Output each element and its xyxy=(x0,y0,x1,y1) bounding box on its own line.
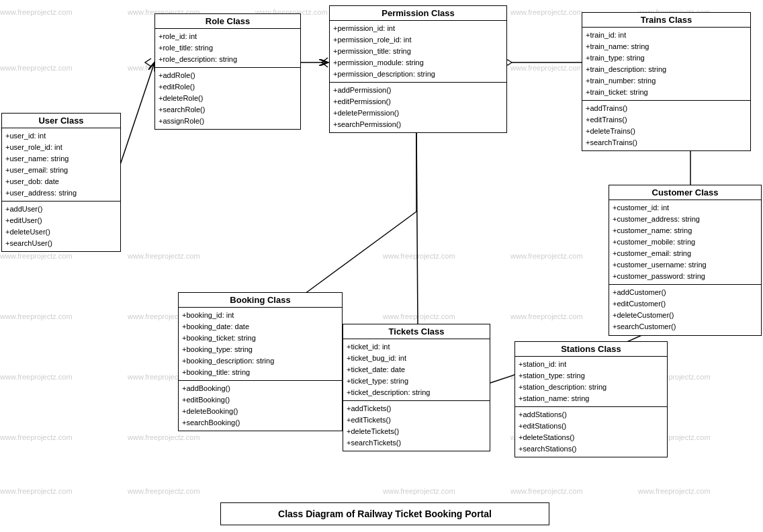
stations-attr-3: +station_description: string xyxy=(519,382,664,393)
perm-attr-3: +permission_title: string xyxy=(333,46,503,57)
trains-method-2: +editTrains() xyxy=(586,114,747,126)
trains-attr-6: +train_ticket: string xyxy=(586,87,747,98)
svg-line-8 xyxy=(416,124,418,328)
trains-method-1: +addTrains() xyxy=(586,103,747,114)
booking-attr-6: +booking_title: string xyxy=(182,367,339,378)
tickets-method-4: +searchTickets() xyxy=(347,437,486,449)
role-class-title: Role Class xyxy=(155,14,300,29)
user-attr-6: +user_address: string xyxy=(5,187,117,199)
trains-attr-5: +train_number: string xyxy=(586,75,747,87)
watermark: www.freeprojectz.com xyxy=(510,64,583,72)
watermark: www.freeprojectz.com xyxy=(383,312,455,320)
stations-class-title: Stations Class xyxy=(515,342,667,357)
customer-class-methods: +addCustomer() +editCustomer() +deleteCu… xyxy=(609,285,761,335)
svg-line-3 xyxy=(120,62,154,165)
watermark: www.freeprojectz.com xyxy=(128,487,200,495)
trains-class-title: Trains Class xyxy=(582,13,750,28)
trains-method-3: +deleteTrains() xyxy=(586,126,747,137)
perm-attr-5: +permission_description: string xyxy=(333,69,503,80)
watermark: www.freeprojectz.com xyxy=(510,312,583,320)
stations-class-methods: +addStations() +editStations() +deleteSt… xyxy=(515,407,667,457)
watermark: www.freeprojectz.com xyxy=(0,487,73,495)
tickets-class-methods: +addTickets() +editTickets() +deleteTick… xyxy=(343,401,490,451)
trains-attr-4: +train_description: string xyxy=(586,64,747,75)
perm-attr-1: +permission_id: int xyxy=(333,23,503,34)
stations-method-3: +deleteStations() xyxy=(519,432,664,443)
booking-method-2: +editBooking() xyxy=(182,394,339,406)
role-class: Role Class +role_id: int +role_title: st… xyxy=(154,13,301,130)
user-attr-5: +user_dob: date xyxy=(5,176,117,187)
tickets-class-attributes: +ticket_id: int +ticket_bug_id: int +tic… xyxy=(343,339,490,401)
tickets-class: Tickets Class +ticket_id: int +ticket_bu… xyxy=(343,324,490,451)
stations-attr-1: +station_id: int xyxy=(519,359,664,370)
perm-method-1: +addPermission() xyxy=(333,85,503,96)
customer-attr-3: +customer_name: string xyxy=(613,225,758,236)
watermark: www.freeprojectz.com xyxy=(638,487,711,495)
watermark: www.freeprojectz.com xyxy=(0,252,73,260)
tickets-attr-2: +ticket_bug_id: int xyxy=(347,353,486,364)
user-attr-1: +user_id: int xyxy=(5,130,117,142)
perm-method-4: +searchPermission() xyxy=(333,119,503,130)
booking-class-title: Booking Class xyxy=(179,293,342,308)
permission-class-title: Permission Class xyxy=(330,6,506,21)
user-class-title: User Class xyxy=(2,114,120,128)
stations-attr-2: +station_type: string xyxy=(519,370,664,382)
user-class: User Class +user_id: int +user_role_id: … xyxy=(1,113,121,252)
watermark: www.freeprojectz.com xyxy=(383,252,455,260)
user-attr-4: +user_email: string xyxy=(5,165,117,176)
role-method-3: +deleteRole() xyxy=(159,93,297,104)
trains-class-methods: +addTrains() +editTrains() +deleteTrains… xyxy=(582,101,750,150)
watermark: www.freeprojectz.com xyxy=(0,433,73,441)
tickets-method-3: +deleteTickets() xyxy=(347,426,486,437)
tickets-method-2: +editTickets() xyxy=(347,414,486,426)
watermark: www.freeprojectz.com xyxy=(0,373,73,381)
booking-attr-1: +booking_id: int xyxy=(182,310,339,321)
customer-attr-5: +customer_email: string xyxy=(613,248,758,259)
role-class-methods: +addRole() +editRole() +deleteRole() +se… xyxy=(155,68,300,129)
booking-class-attributes: +booking_id: int +booking_date: date +bo… xyxy=(179,308,342,381)
booking-class-methods: +addBooking() +editBooking() +deleteBook… xyxy=(179,381,342,431)
stations-method-1: +addStations() xyxy=(519,409,664,420)
customer-method-3: +deleteCustomer() xyxy=(613,310,758,321)
customer-method-2: +editCustomer() xyxy=(613,298,758,310)
booking-attr-5: +booking_description: string xyxy=(182,355,339,367)
booking-attr-4: +booking_type: string xyxy=(182,344,339,355)
stations-method-4: +searchStations() xyxy=(519,443,664,455)
stations-method-2: +editStations() xyxy=(519,420,664,432)
watermark: www.freeprojectz.com xyxy=(0,8,73,16)
customer-method-4: +searchCustomer() xyxy=(613,321,758,332)
trains-class-attributes: +train_id: int +train_name: string +trai… xyxy=(582,28,750,101)
role-method-4: +searchRole() xyxy=(159,104,297,116)
trains-class: Trains Class +train_id: int +train_name:… xyxy=(582,12,751,151)
booking-class: Booking Class +booking_id: int +booking_… xyxy=(178,292,343,431)
watermark: www.freeprojectz.com xyxy=(0,312,73,320)
tickets-attr-1: +ticket_id: int xyxy=(347,341,486,353)
watermark: www.freeprojectz.com xyxy=(128,433,200,441)
trains-attr-1: +train_id: int xyxy=(586,30,747,41)
watermark: www.freeprojectz.com xyxy=(128,252,200,260)
stations-class-attributes: +station_id: int +station_type: string +… xyxy=(515,357,667,407)
role-method-2: +editRole() xyxy=(159,81,297,93)
user-attr-2: +user_role_id: int xyxy=(5,142,117,153)
customer-class-title: Customer Class xyxy=(609,185,761,200)
permission-class-methods: +addPermission() +editPermission() +dele… xyxy=(330,83,506,132)
tickets-attr-3: +ticket_date: date xyxy=(347,364,486,375)
user-attr-3: +user_name: string xyxy=(5,153,117,165)
booking-method-3: +deleteBooking() xyxy=(182,406,339,417)
tickets-attr-5: +ticket_description: string xyxy=(347,387,486,398)
trains-method-4: +searchTrains() xyxy=(586,137,747,148)
booking-attr-2: +booking_date: date xyxy=(182,321,339,332)
booking-method-4: +searchBooking() xyxy=(182,417,339,429)
user-method-2: +editUser() xyxy=(5,215,117,226)
customer-method-1: +addCustomer() xyxy=(613,287,758,298)
role-method-5: +assignRole() xyxy=(159,116,297,127)
diagram-caption: Class Diagram of Railway Ticket Booking … xyxy=(220,502,549,525)
caption-text: Class Diagram of Railway Ticket Booking … xyxy=(278,508,492,519)
trains-attr-3: +train_type: string xyxy=(586,52,747,64)
tickets-method-1: +addTickets() xyxy=(347,403,486,414)
role-method-1: +addRole() xyxy=(159,70,297,81)
stations-class: Stations Class +station_id: int +station… xyxy=(514,341,668,457)
user-class-methods: +addUser() +editUser() +deleteUser() +se… xyxy=(2,202,120,251)
customer-attr-7: +customer_password: string xyxy=(613,271,758,282)
watermark: www.freeprojectz.com xyxy=(510,487,583,495)
